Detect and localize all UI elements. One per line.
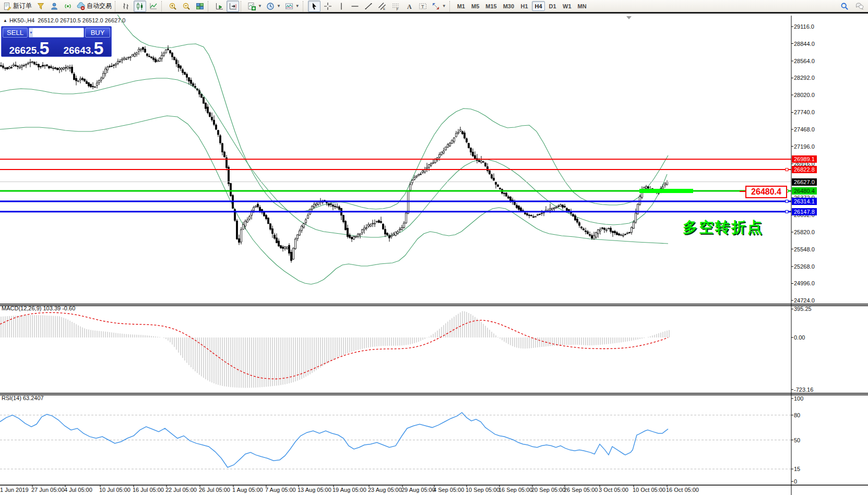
collapse-triangle-icon: ▲ [3, 18, 7, 23]
candle-body [176, 60, 177, 64]
candle-body [44, 65, 46, 66]
candle-body [293, 248, 294, 259]
candle-body [249, 216, 251, 219]
bollinger-upper-band[interactable] [117, 15, 668, 212]
date-label: 4 Jul 05:00 [64, 487, 92, 493]
candle-body [370, 225, 372, 226]
candle-body [153, 58, 154, 59]
candle-body [631, 227, 633, 232]
buy-price[interactable]: 26643.5 [57, 39, 110, 56]
candle-body [218, 130, 219, 135]
candle-body [161, 55, 163, 58]
candle-body [278, 241, 280, 246]
candle-body [26, 64, 27, 65]
candle-body [391, 235, 393, 236]
candle-body [600, 230, 601, 231]
candle-body [165, 50, 167, 53]
date-label: 16 Oct 05:00 [666, 487, 699, 493]
candle-body [126, 59, 127, 59]
chart-shift-marker-icon[interactable] [626, 16, 632, 19]
candle-body [529, 215, 530, 215]
candle-body [554, 208, 555, 209]
price-tick-label: 28844.0 [794, 41, 815, 47]
candle-body [403, 223, 405, 228]
candle-body [241, 230, 242, 242]
candle-body [573, 214, 574, 216]
candle-body [316, 204, 317, 206]
price-tick-label: 29116.0 [794, 23, 814, 30]
candle-body [362, 230, 363, 233]
candle-body [163, 53, 165, 55]
candle-body [274, 235, 276, 238]
candle-body [401, 227, 403, 230]
candle-body [209, 113, 211, 116]
candle-body [7, 67, 8, 69]
candle-body [360, 234, 361, 235]
candle-body [468, 143, 470, 148]
sell-price[interactable]: 26625.5 [3, 39, 56, 56]
candle-body [378, 221, 380, 223]
candle-body [335, 207, 336, 207]
price-tick-label: 27196.0 [794, 143, 815, 150]
candle-body [88, 83, 90, 86]
candle-body [82, 78, 84, 80]
candle-body [55, 68, 56, 68]
turning-point-annotation[interactable]: 多空转折点 [683, 218, 764, 237]
date-label: 4 Sep 05:00 [433, 487, 464, 493]
candle-body [516, 205, 518, 208]
candle-body [349, 235, 351, 238]
candle-body [239, 239, 240, 243]
candle-body [504, 193, 505, 194]
candle-body [72, 67, 73, 73]
candle-body [174, 57, 175, 59]
sell-price-frac: 5 [40, 40, 50, 56]
date-label: 13 Aug 05:00 [298, 487, 331, 493]
sell-button[interactable]: SELL [3, 28, 28, 38]
price-annotation-box[interactable]: 26480.4 [745, 186, 787, 198]
candle-body [337, 207, 338, 207]
candle-body [80, 79, 81, 80]
chart-canvas[interactable] [0, 0, 868, 495]
candle-body [416, 176, 418, 177]
buy-button[interactable]: BUY [85, 28, 110, 38]
candle-body [32, 62, 33, 62]
volume-decrease-button[interactable]: ▼ [29, 28, 33, 37]
candle-body [205, 103, 207, 109]
highlight-zone[interactable] [639, 189, 693, 193]
volume-input[interactable] [33, 28, 84, 37]
candle-body [113, 65, 115, 66]
candle-body [531, 215, 532, 216]
candle-body [42, 65, 44, 66]
price-tick-label: 25820.0 [794, 229, 815, 235]
candle-body [23, 66, 25, 66]
candle-body [629, 233, 631, 233]
rsi-tick-label: 100 [794, 395, 803, 402]
bollinger-lower-band[interactable] [0, 116, 668, 284]
candle-body [479, 161, 480, 162]
candle-body [40, 66, 42, 67]
candle-body [381, 222, 382, 223]
candle-body [621, 235, 622, 236]
macd-signal-line[interactable] [0, 312, 668, 379]
candle-body [1, 65, 2, 66]
candle-body [577, 219, 578, 222]
candle-body [178, 65, 180, 68]
candle-body [614, 231, 616, 233]
candle-body [211, 117, 213, 120]
date-label: 10 Oct 05:00 [633, 487, 665, 493]
date-label: 1 Aug 05:00 [232, 487, 263, 493]
candle-body [518, 206, 520, 209]
macd-tick-label: 395.25 [794, 306, 812, 312]
candle-body [299, 231, 301, 235]
bollinger-middle-band[interactable] [0, 78, 667, 237]
candle-body [291, 252, 292, 260]
candle-body [168, 49, 169, 50]
candle-body [537, 214, 539, 215]
rsi-tick-label: 15 [794, 466, 800, 472]
date-label: 7 Aug 05:00 [265, 487, 296, 493]
candle-body [562, 205, 564, 207]
candle-body [385, 230, 386, 234]
candle-body [74, 74, 75, 80]
rsi-indicator-label: RSI(14) 63.2407 [2, 395, 44, 401]
candle-body [466, 139, 468, 142]
